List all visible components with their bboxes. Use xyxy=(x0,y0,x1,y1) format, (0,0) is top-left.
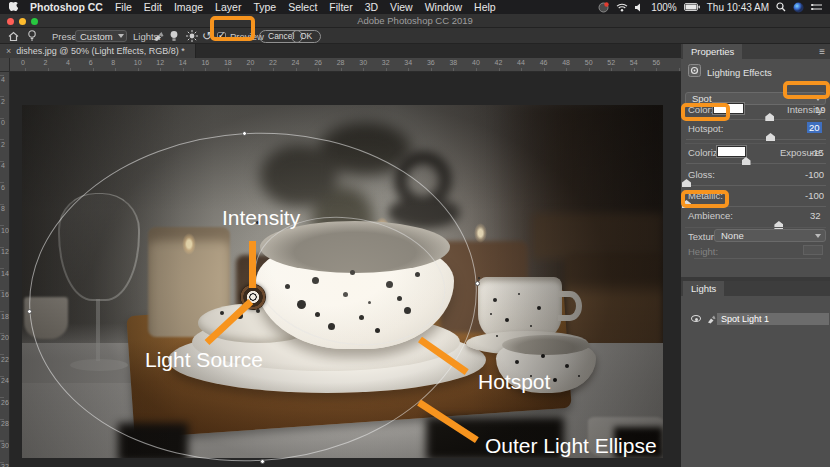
presets-dropdown[interactable]: Custom xyxy=(75,28,127,44)
ruler-label: 48 xyxy=(562,59,570,66)
macos-menu-bar: Photoshop CC File Edit Image Layer Type … xyxy=(0,0,830,14)
volume-icon[interactable] xyxy=(635,3,644,12)
menu-image[interactable]: Image xyxy=(168,1,209,13)
ok-button[interactable]: OK xyxy=(291,28,321,44)
notification-center-icon[interactable] xyxy=(811,3,822,12)
apple-menu-icon[interactable] xyxy=(9,2,18,13)
properties-panel-menu-icon[interactable]: ≡ xyxy=(819,46,825,57)
exposure-slider[interactable] xyxy=(686,155,826,167)
ellipse-handle-top[interactable] xyxy=(242,131,247,136)
light-name: Spot Light 1 xyxy=(721,314,769,324)
creative-cloud-icon[interactable] xyxy=(598,2,609,13)
document-tab[interactable]: × dishes.jpg @ 50% (Light Effects, RGB/8… xyxy=(0,44,196,58)
slider-thumb[interactable] xyxy=(742,157,751,165)
siri-icon[interactable] xyxy=(793,2,804,13)
home-icon[interactable] xyxy=(8,28,19,44)
document-tab-bar: × dishes.jpg @ 50% (Light Effects, RGB/8… xyxy=(0,44,681,58)
battery-icon[interactable] xyxy=(684,3,700,11)
chevron-down-icon xyxy=(815,234,821,238)
height-label: Height: xyxy=(688,246,718,257)
texture-value: None xyxy=(721,230,744,241)
wifi-icon[interactable] xyxy=(616,3,628,12)
ruler-label: 0 xyxy=(21,59,25,66)
preview-highlight-box xyxy=(210,16,255,41)
ruler-label: 10 xyxy=(134,59,142,66)
add-infinite-light-icon[interactable] xyxy=(186,28,198,44)
menu-status-cluster: 100% Thu 10:43 AM xyxy=(598,2,822,13)
ruler-label: 18 xyxy=(1,313,9,320)
light-list-item[interactable]: Spot Light 1 xyxy=(717,313,829,325)
gloss-slider[interactable] xyxy=(686,177,826,189)
ruler-label: 10 xyxy=(1,227,9,234)
horizontal-ruler[interactable]: 0246810121416182022242628303234363840424… xyxy=(10,58,681,72)
ellipse-handle-right[interactable] xyxy=(475,281,480,286)
ruler-label: 20 xyxy=(247,59,255,66)
light-source-annotation: Light Source xyxy=(145,348,263,372)
ruler-label: 6 xyxy=(1,184,5,191)
ruler-label: 24 xyxy=(1,377,9,384)
menu-select[interactable]: Select xyxy=(282,1,323,13)
menu-filter[interactable]: Filter xyxy=(323,1,358,13)
tab-lights[interactable]: Lights xyxy=(683,281,724,296)
ruler-label: 0 xyxy=(1,119,5,126)
ruler-label: 6 xyxy=(89,59,93,66)
ruler-label: 16 xyxy=(201,59,209,66)
ruler-label: 26 xyxy=(1,399,9,406)
menu-3d[interactable]: 3D xyxy=(359,1,384,13)
menu-clock[interactable]: Thu 10:43 AM xyxy=(707,2,769,13)
ruler-label: 4 xyxy=(1,162,5,169)
add-point-light-icon[interactable] xyxy=(169,28,179,44)
slider-thumb[interactable] xyxy=(682,179,691,187)
ellipse-handle-left[interactable] xyxy=(27,309,32,314)
menu-edit[interactable]: Edit xyxy=(138,1,168,13)
ruler-label: 36 xyxy=(427,59,435,66)
ruler-label: 34 xyxy=(404,59,412,66)
tab-properties[interactable]: Properties xyxy=(683,44,742,59)
slider-track[interactable] xyxy=(686,163,826,164)
height-slider-track xyxy=(694,258,821,259)
lights-tab-bar: Lights ≡ xyxy=(681,281,830,296)
menu-photoshop[interactable]: Photoshop CC xyxy=(26,1,109,13)
chevron-down-icon xyxy=(118,34,124,38)
ruler-label: 40 xyxy=(472,59,480,66)
canvas-area[interactable]: Intensity Light Source Hotspot Outer Lig… xyxy=(10,72,681,467)
ruler-label: 8 xyxy=(1,205,5,212)
spot-light-icon xyxy=(707,314,716,326)
photoshop-window: Photoshop CC File Edit Image Layer Type … xyxy=(0,0,830,467)
menu-help[interactable]: Help xyxy=(468,1,502,13)
ruler-label: 22 xyxy=(1,356,9,363)
menu-layer[interactable]: Layer xyxy=(209,1,247,13)
ambience-highlight-box xyxy=(681,190,729,208)
ruler-label: 46 xyxy=(540,59,548,66)
menu-file[interactable]: File xyxy=(109,1,138,13)
slider-thumb[interactable] xyxy=(766,133,775,141)
ruler-label: 2 xyxy=(1,98,5,105)
slider-thumb[interactable] xyxy=(765,113,774,121)
presets-value: Custom xyxy=(80,31,113,42)
ruler-label: 14 xyxy=(179,59,187,66)
ruler-label: 2 xyxy=(44,59,48,66)
effect-title: Lighting Effects xyxy=(707,67,772,78)
hotspot-slider[interactable] xyxy=(686,131,826,143)
ellipse-handle-bottom[interactable] xyxy=(260,459,265,464)
slider-track[interactable] xyxy=(686,185,826,186)
lighting-effects-tool-icon xyxy=(27,28,37,44)
tab-close-icon[interactable]: × xyxy=(6,46,11,56)
ruler-label: 24 xyxy=(292,59,300,66)
ruler-label: 28 xyxy=(337,59,345,66)
ruler-label: 32 xyxy=(1,463,9,467)
ruler-label: 16 xyxy=(1,291,9,298)
spotlight-search-icon[interactable] xyxy=(776,2,786,12)
vertical-ruler[interactable]: 420246810121416182022242628303234 xyxy=(0,72,10,467)
ruler-label: 30 xyxy=(359,59,367,66)
menu-view[interactable]: View xyxy=(384,1,419,13)
ruler-label: 30 xyxy=(1,442,9,449)
add-spot-light-icon[interactable] xyxy=(152,28,164,44)
intensity-annotation: Intensity xyxy=(222,206,300,230)
texture-dropdown[interactable]: None xyxy=(714,229,826,242)
visibility-eye-icon[interactable] xyxy=(691,315,701,322)
slider-track[interactable] xyxy=(686,139,826,140)
menu-type[interactable]: Type xyxy=(247,1,282,13)
hotspot-annotation: Hotspot xyxy=(478,370,550,394)
menu-window[interactable]: Window xyxy=(419,1,468,13)
